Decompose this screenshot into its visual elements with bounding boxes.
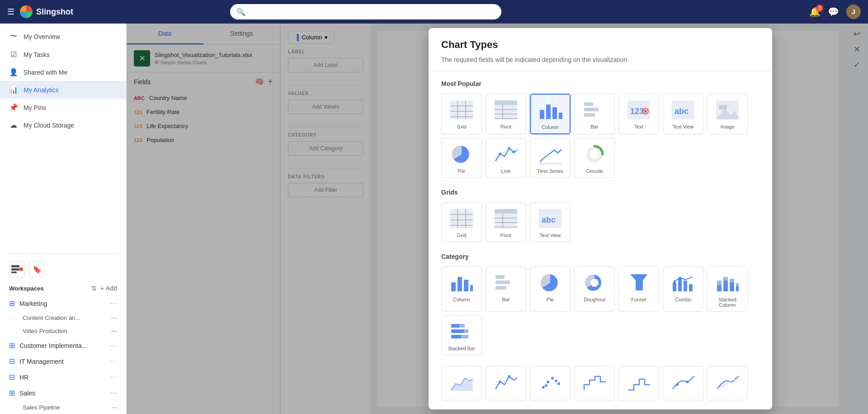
chart-card-stacked-col[interactable]: Stacked Column xyxy=(707,266,748,312)
chart-card-line[interactable]: Line xyxy=(486,138,526,178)
svg-point-32 xyxy=(508,147,510,150)
chart-card-textview2[interactable]: abc Text View xyxy=(530,202,571,242)
sort-button[interactable]: ⇅ xyxy=(91,285,97,292)
notification-badge: 3 xyxy=(816,5,823,12)
bookmark-button[interactable]: 🔖 xyxy=(29,261,45,277)
workspace-stack-icon: ⊞ xyxy=(9,299,15,308)
stacks-button[interactable] xyxy=(9,261,25,277)
combo-icon xyxy=(671,272,695,293)
sub-item-content[interactable]: Content Creation an... ⋯ xyxy=(0,311,126,324)
sidebar-item-shared-label: Shared with Me xyxy=(24,69,67,76)
image-icon xyxy=(715,100,740,120)
svg-marker-59 xyxy=(630,274,647,290)
workspace-marketing[interactable]: ⊞ Marketing ⋯ xyxy=(0,295,126,311)
chat-icon[interactable]: 💬 xyxy=(828,6,839,17)
svg-rect-10 xyxy=(495,100,517,105)
ws-more2[interactable]: ⋯ xyxy=(110,341,117,350)
svg-rect-76 xyxy=(451,329,464,333)
pie-cat-label: Pie xyxy=(547,297,554,302)
svg-rect-44 xyxy=(495,209,517,214)
sidebar-item-pins[interactable]: 📌 My Pins xyxy=(0,99,126,116)
chart-card-spline-b[interactable] xyxy=(663,366,703,400)
chart-card-timeseries[interactable]: Time Series xyxy=(530,138,571,178)
svg-rect-61 xyxy=(678,279,682,291)
sidebar-item-analytics[interactable]: 📊 My Analytics xyxy=(0,81,126,99)
ws-stack-icon5: ⊞ xyxy=(9,389,15,397)
area-b-icon xyxy=(449,372,474,393)
chart-card-col-cat[interactable]: Column xyxy=(441,266,482,312)
workspace-sales-label: Sales xyxy=(19,390,35,397)
textview-icon: abc xyxy=(671,100,695,120)
svg-rect-2 xyxy=(11,271,17,273)
modal-header: Chart Types The required fields will be … xyxy=(429,28,772,71)
chart-card-doughnut[interactable]: Doughnut xyxy=(574,266,615,312)
chart-card-scatter-b[interactable] xyxy=(530,366,571,400)
svg-point-33 xyxy=(512,151,515,153)
svg-point-85 xyxy=(545,384,547,387)
notifications-icon[interactable]: 🔔 3 xyxy=(809,6,821,17)
sub-more-icon[interactable]: ⋯ xyxy=(111,314,117,321)
workspace-it[interactable]: ⊟ IT Management ⋯ xyxy=(0,353,126,369)
chart-card-bar[interactable]: Bar xyxy=(574,94,615,134)
chart-card-text[interactable]: 123 Text xyxy=(618,94,659,134)
chart-card-spline2-b[interactable] xyxy=(707,366,748,400)
svg-rect-57 xyxy=(495,286,506,290)
chart-card-line-b[interactable] xyxy=(486,366,526,400)
ws-more5[interactable]: ⋯ xyxy=(110,389,117,397)
workspace-sales[interactable]: ⊞ Sales ⋯ xyxy=(0,385,126,401)
ws-more3[interactable]: ⋯ xyxy=(110,357,117,366)
avatar[interactable]: J xyxy=(846,5,861,19)
chart-card-stacked-bar[interactable]: Stacked Bar xyxy=(441,315,482,355)
textview2-label: Text View xyxy=(540,233,561,238)
chart-card-pivot[interactable]: Pivot xyxy=(486,94,526,134)
sidebar: 〜 My Overview ☑ My Tasks 👤 Shared with M… xyxy=(0,24,127,414)
svg-text:abc: abc xyxy=(675,107,689,116)
sidebar-item-shared[interactable]: 👤 Shared with Me xyxy=(0,63,126,81)
chart-card-pivot2[interactable]: Pivot xyxy=(486,202,526,242)
category-grid: Column Bar xyxy=(441,266,760,355)
chart-card-image[interactable]: Image xyxy=(707,94,748,134)
chart-card-funnel[interactable]: Funnel xyxy=(618,266,659,312)
chart-card-pie-cat[interactable]: Pie xyxy=(530,266,571,312)
svg-point-31 xyxy=(499,152,501,155)
workspace-hr[interactable]: ⊟ HR ⋯ xyxy=(0,369,126,385)
add-workspace-button[interactable]: + Add xyxy=(100,285,117,292)
funnel-icon xyxy=(627,272,651,293)
search-input[interactable] xyxy=(249,8,495,15)
chart-card-grid[interactable]: Grid xyxy=(441,94,482,134)
workspace-it-label: IT Management xyxy=(19,358,64,365)
text-label: Text xyxy=(634,124,643,129)
hamburger-icon[interactable]: ☰ xyxy=(7,7,14,17)
chart-card-area-b[interactable] xyxy=(441,366,482,400)
svg-point-83 xyxy=(542,386,545,389)
workspace-customer[interactable]: ⊞ Customer Implementa... ⋯ xyxy=(0,338,126,353)
chart-card-grid2[interactable]: Grid xyxy=(441,202,482,242)
chart-card-circular[interactable]: Circular xyxy=(574,138,615,178)
app-name: Slingshot xyxy=(36,7,73,17)
workspace-more-icon[interactable]: ⋯ xyxy=(110,299,117,308)
logo-icon xyxy=(20,5,33,18)
sidebar-item-cloud[interactable]: ☁ My Cloud Storage xyxy=(0,116,126,134)
sub-item-video[interactable]: Video Production ⋯ xyxy=(0,324,126,338)
chart-card-textview[interactable]: abc Text View xyxy=(663,94,703,134)
chart-card-step2-b[interactable] xyxy=(618,366,659,400)
sub-more-icon3[interactable]: ⋯ xyxy=(111,404,117,411)
sub-more-icon2[interactable]: ⋯ xyxy=(111,328,117,334)
col-cat-label: Column xyxy=(453,297,470,302)
ws-more4[interactable]: ⋯ xyxy=(110,373,117,381)
pie-icon xyxy=(449,144,474,165)
pie-cat-icon xyxy=(538,272,562,293)
bar-cat-icon xyxy=(494,272,518,293)
step-b-icon xyxy=(582,372,607,393)
sidebar-item-tasks[interactable]: ☑ My Tasks xyxy=(0,46,126,63)
chart-card-step-b[interactable] xyxy=(574,366,615,400)
svg-text:abc: abc xyxy=(542,215,556,224)
chart-card-pie[interactable]: Pie xyxy=(441,138,482,178)
chart-card-column[interactable]: Column xyxy=(530,94,571,134)
sidebar-item-overview[interactable]: 〜 My Overview xyxy=(0,27,126,46)
search-bar[interactable]: 🔍 xyxy=(230,4,501,19)
chart-card-combo[interactable]: Combo xyxy=(663,266,703,312)
chart-card-bar-cat[interactable]: Bar xyxy=(486,266,526,312)
sub-item-sales-pipeline[interactable]: Sales Pipeline ⋯ xyxy=(0,401,126,414)
grid2-label: Grid xyxy=(457,233,467,238)
